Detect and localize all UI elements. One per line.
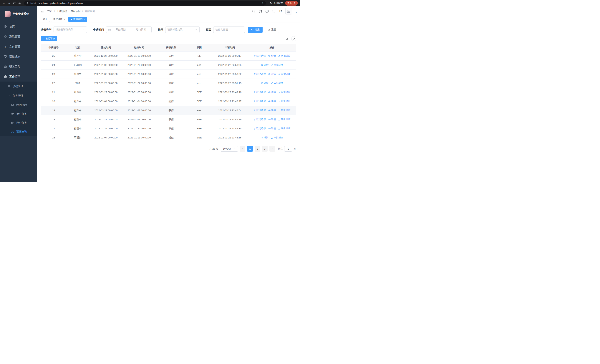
approval-progress-link[interactable]: 审批进度 xyxy=(278,91,290,94)
approval-progress-link[interactable]: 审批进度 xyxy=(278,73,290,76)
page-button-1[interactable]: 1 xyxy=(247,146,253,152)
sidebar-item-system[interactable]: 系统管理 xyxy=(0,31,37,42)
result-select[interactable]: 请选择流结果 xyxy=(165,27,200,33)
detail-link[interactable]: 详情 xyxy=(268,109,276,112)
table-row[interactable]: 20处理中2022-01-04 00:00:002022-01-04 00:00… xyxy=(41,97,296,106)
close-icon[interactable]: × xyxy=(64,18,65,20)
cancel-leave-link[interactable]: 取消请假 xyxy=(253,109,265,112)
back-button[interactable]: ← xyxy=(2,2,5,5)
approval-progress-link[interactable]: 审批进度 xyxy=(278,54,290,57)
cancel-leave-link[interactable]: 取消请假 xyxy=(253,127,265,130)
apply-time-range-picker[interactable]: 开始日期 - 结束日期 xyxy=(106,27,151,33)
approval-progress-link[interactable]: 审批进度 xyxy=(278,118,290,121)
page-size-select[interactable]: 10条/页 xyxy=(221,146,238,152)
next-page-button[interactable] xyxy=(269,146,275,152)
breadcrumb-item[interactable]: 首页 xyxy=(47,10,52,13)
approval-progress-link[interactable]: 审批进度 xyxy=(271,63,283,66)
tab-process-detail[interactable]: 流程详情 × xyxy=(51,17,67,22)
detail-link[interactable]: 详情 xyxy=(268,127,276,130)
github-icon[interactable] xyxy=(259,10,262,13)
detail-link[interactable]: 详情 xyxy=(261,136,269,139)
cancel-leave-link[interactable]: 取消请假 xyxy=(253,54,265,57)
sidebar-item-workflow[interactable]: 工作流程 xyxy=(0,72,37,82)
font-size-icon[interactable]: TT xyxy=(279,10,282,13)
sidebar-item-leave-query[interactable]: 请假查询 xyxy=(0,127,37,136)
close-icon[interactable]: × xyxy=(84,18,85,20)
page-button-3[interactable]: 3 xyxy=(262,146,268,152)
approval-progress-link[interactable]: 审批进度 xyxy=(271,82,283,85)
search-button[interactable]: 搜索 xyxy=(248,27,262,33)
cell-status: 处理中 xyxy=(66,115,89,124)
sidebar-item-process-management[interactable]: 流程管理 xyxy=(0,82,37,91)
cancel-leave-link[interactable]: 取消请假 xyxy=(253,118,265,121)
table-row[interactable]: 17处理中2022-01-22 00:00:002022-01-22 00:00… xyxy=(41,124,296,133)
cell-status: 处理中 xyxy=(66,97,89,106)
user-icon xyxy=(11,130,14,133)
sidebar-item-devtools[interactable]: 研发工具 xyxy=(0,62,37,72)
search-icon[interactable] xyxy=(252,10,255,13)
leave-type-select[interactable]: 请选择请假类型 xyxy=(54,27,87,33)
approval-progress-link-label: 审批进度 xyxy=(274,82,283,85)
table-row[interactable]: 25处理中2021-12-27 00:00:002022-01-19 00:00… xyxy=(41,51,296,60)
detail-link[interactable]: 详情 xyxy=(268,118,276,121)
table-row[interactable]: 18处理中2022-01-11 00:00:002022-01-11 00:00… xyxy=(41,115,296,124)
detail-link[interactable]: 详情 xyxy=(268,73,276,76)
avatar-caret-icon[interactable]: ▾ xyxy=(296,11,297,14)
avatar[interactable] xyxy=(285,8,292,14)
reset-button[interactable]: 重置 xyxy=(265,27,279,33)
detail-link[interactable]: 详情 xyxy=(261,63,269,66)
sidebar-item-infrastructure[interactable]: 基础设施 xyxy=(0,52,37,62)
approval-progress-link-label: 审批进度 xyxy=(274,63,283,66)
table-search-icon[interactable] xyxy=(285,37,288,40)
breadcrumb-item[interactable]: 工作流程 xyxy=(56,10,67,13)
collapse-menu-icon[interactable] xyxy=(40,9,44,13)
approval-progress-link[interactable]: 审批进度 xyxy=(278,127,290,130)
approval-progress-link[interactable]: 审批进度 xyxy=(278,100,290,103)
sidebar-item-home[interactable]: 首页 xyxy=(0,21,37,31)
approval-progress-link[interactable]: 审批进度 xyxy=(271,136,283,139)
forward-button[interactable]: → xyxy=(8,2,10,5)
table-row[interactable]: 21处理中2022-01-22 00:00:002022-01-23 00:00… xyxy=(41,88,296,97)
cancel-leave-link[interactable]: 取消请假 xyxy=(253,91,265,94)
app-logo[interactable]: 芋道管理系统 xyxy=(0,6,37,21)
reload-button[interactable] xyxy=(13,2,16,5)
table-row[interactable]: 16不通过2022-01-04 00:00:002022-01-13 00:00… xyxy=(41,133,296,142)
browser-menu-icon[interactable]: ⋮ xyxy=(293,2,296,5)
approval-progress-link[interactable]: 审批进度 xyxy=(278,109,290,112)
home-button[interactable] xyxy=(18,2,21,5)
cell-status: 不通过 xyxy=(66,133,89,142)
page-button-2[interactable]: 2 xyxy=(255,146,260,152)
tab-home[interactable]: 首页 xyxy=(41,17,50,22)
detail-link[interactable]: 详情 xyxy=(268,91,276,94)
table-header-row: 申请编号 状态 开始时间 结束时间 请假类型 原因 申请时间 操作 xyxy=(41,44,296,51)
url-bar[interactable]: 不安全 dashboard.yudao.iocoder.cn/bpm/oa/le… xyxy=(24,1,266,6)
detail-link[interactable]: 详情 xyxy=(261,82,269,85)
breadcrumb-item[interactable]: OA 示例 xyxy=(71,10,80,13)
goto-page-input[interactable] xyxy=(284,146,292,152)
browser-update-button[interactable]: 更新 ⋮ xyxy=(285,1,298,6)
table-row[interactable]: 24已取消2022-01-03 00:00:002022-01-26 00:00… xyxy=(41,60,296,69)
create-leave-button[interactable]: + 发起请假 xyxy=(41,36,57,41)
help-icon[interactable]: ? xyxy=(265,10,269,13)
table-refresh-icon[interactable] xyxy=(291,36,296,41)
cell-start-time: 2022-01-03 00:00:00 xyxy=(89,69,122,79)
bookmark-star-icon[interactable]: ☆ xyxy=(261,2,264,5)
reason-input[interactable] xyxy=(213,27,245,33)
sidebar-item-task-management[interactable]: 任务管理 xyxy=(0,91,37,101)
cancel-leave-link[interactable]: 取消请假 xyxy=(253,73,265,76)
table-row[interactable]: 19处理中2022-01-22 00:00:002022-01-22 00:00… xyxy=(41,106,296,115)
table-row[interactable]: 23处理中2022-01-03 00:00:002022-01-26 00:00… xyxy=(41,69,296,79)
detail-link[interactable]: 详情 xyxy=(268,54,276,57)
table-row[interactable]: 22通过2022-01-22 00:00:002022-01-22 00:00:… xyxy=(41,79,296,88)
detail-link[interactable]: 详情 xyxy=(268,100,276,103)
sidebar-item-done-tasks[interactable]: 已办任务 xyxy=(0,118,37,127)
prev-page-button[interactable] xyxy=(240,146,245,152)
fullscreen-icon[interactable] xyxy=(272,10,275,13)
tab-leave-query[interactable]: 请假查询 × xyxy=(68,17,87,22)
cancel-leave-link[interactable]: 取消请假 xyxy=(253,100,265,103)
sidebar-item-todo-tasks[interactable]: 待办任务 xyxy=(0,109,37,118)
sidebar-item-payment[interactable]: ¥ 支付管理 xyxy=(0,42,37,52)
sidebar-item-my-process[interactable]: 我的流程 xyxy=(0,101,37,109)
cell-leave-type: 事假 xyxy=(156,115,187,124)
security-warning[interactable]: 不安全 xyxy=(26,2,36,5)
